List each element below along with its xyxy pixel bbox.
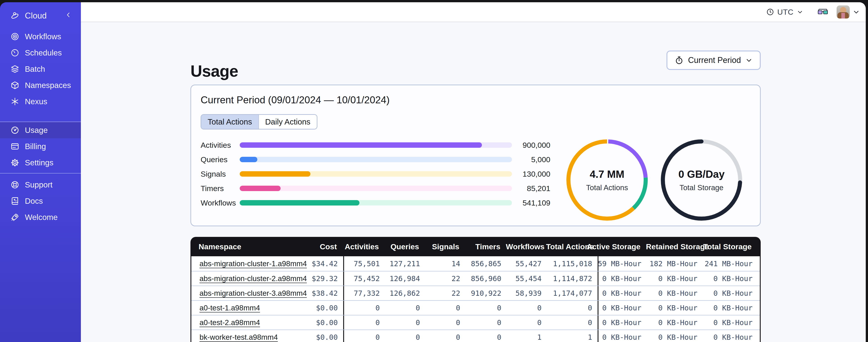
bar-value: 900,000 [512, 141, 550, 149]
donut-value: 4.7 MM [590, 168, 624, 180]
table-cell: $34.42 [282, 260, 343, 268]
batch-icon [10, 65, 20, 73]
table-cell: 856,960 [466, 274, 507, 283]
sidebar-item-label: Nexus [25, 97, 47, 106]
bar-track [240, 171, 512, 177]
donut-value: 0 GB/Day [678, 168, 725, 180]
table-cell: 0 [343, 315, 385, 330]
donut-label: Total Actions [586, 183, 628, 192]
table-cell: 0 KB-Hour [647, 274, 703, 283]
chevron-down-icon [797, 8, 803, 15]
usage-icon [10, 126, 20, 135]
usage-bar-row: Queries5,000 [200, 152, 560, 167]
sidebar-item-label: Namespaces [25, 81, 71, 90]
table-cell: 0 KB-Hour [703, 318, 762, 327]
sidebar-item-label: Batch [25, 65, 45, 73]
timezone-selector[interactable]: UTC [766, 8, 803, 16]
namespace-cell: a0-test-1.a98mm4 [191, 304, 282, 312]
bar-track [240, 186, 512, 191]
sidebar-item-billing[interactable]: Billing [0, 138, 81, 155]
sidebar-brand-label: Cloud [25, 11, 47, 21]
namespace-link[interactable]: bk-worker-test.a98mm4 [199, 333, 278, 341]
sidebar-item-nexus[interactable]: Nexus [0, 93, 81, 110]
table-cell: 0 KB-Hour [647, 333, 703, 342]
bar-fill [240, 142, 482, 148]
table-cell: 182 MB-Hour [647, 260, 703, 268]
account-menu-button[interactable] [852, 8, 860, 16]
table-cell: $0.00 [282, 318, 343, 327]
column-header: Workflows [506, 242, 546, 251]
table-cell: 0 [466, 318, 507, 327]
labs-glasses-icon[interactable] [817, 7, 828, 16]
billing-icon [10, 142, 20, 151]
total-storage-donut: 0 GB/Day Total Storage [658, 137, 744, 223]
usage-bars: Activities900,000Queries5,000Signals130,… [200, 138, 560, 210]
table-cell: 22 [426, 274, 466, 283]
sidebar-item-namespaces[interactable]: Namespaces [0, 77, 81, 93]
table-cell: 0 [466, 304, 507, 312]
table-cell: 0 KB-Hour [597, 315, 647, 330]
tab-total-actions[interactable]: Total Actions [201, 115, 258, 129]
namespaces-icon [10, 81, 20, 90]
chevron-left-icon [65, 11, 72, 19]
main-content: Usage Current Period Current Period (09/… [81, 22, 866, 342]
sidebar-collapse-button[interactable] [65, 11, 72, 21]
sidebar-item-docs[interactable]: Docs [0, 193, 81, 209]
table-row: abs-migration-cluster-1.a98mm4$34.4275,5… [191, 256, 760, 271]
table-cell: 0 [385, 333, 426, 342]
period-selector-label: Current Period [688, 56, 741, 65]
table-cell: 0 KB-Hour [703, 333, 762, 342]
sidebar-item-welcome[interactable]: Welcome [0, 209, 81, 226]
sidebar-item-batch[interactable]: Batch [0, 61, 81, 77]
namespace-link[interactable]: a0-test-2.a98mm4 [199, 318, 260, 327]
bar-value: 130,000 [512, 170, 550, 178]
sidebar-item-usage[interactable]: Usage [0, 122, 81, 138]
table-cell: 55,427 [507, 260, 547, 268]
docs-icon [10, 197, 20, 206]
schedules-icon [10, 48, 20, 57]
sidebar-item-label: Welcome [25, 213, 58, 222]
chevron-down-icon [852, 8, 860, 16]
bar-label: Signals [200, 170, 240, 178]
sidebar-brand-cloud[interactable]: Cloud [0, 7, 81, 24]
table-row: abs-migration-cluster-2.a98mm4$29.3275,4… [191, 271, 760, 285]
table-cell: 0 KB-Hour [597, 330, 647, 342]
rocket-icon [10, 213, 20, 222]
usage-bar-row: Workflows541,109 [200, 196, 560, 210]
settings-icon [10, 158, 20, 167]
bar-label: Queries [200, 155, 240, 164]
usage-bar-row: Activities900,000 [200, 138, 560, 152]
table-cell: 0 KB-Hour [703, 274, 762, 283]
sidebar-item-schedules[interactable]: Schedules [0, 45, 81, 61]
table-cell: 1,114,872 [547, 274, 597, 283]
sidebar-item-settings[interactable]: Settings [0, 155, 81, 171]
table-cell: 0 KB-Hour [597, 301, 647, 315]
sidebar-item-support[interactable]: Support [0, 177, 81, 193]
table-cell: 59 MB-Hour [597, 256, 647, 271]
support-icon [10, 180, 20, 189]
table-cell: 75,452 [343, 271, 385, 285]
table-cell: 0 [426, 333, 466, 342]
total-actions-donut: 4.7 MM Total Actions [564, 137, 650, 223]
column-header: Retained Storage [646, 242, 702, 251]
period-selector-button[interactable]: Current Period [666, 50, 761, 70]
table-cell: 0 [343, 330, 385, 342]
usage-bar-row: Timers85,201 [200, 181, 560, 196]
timezone-label: UTC [777, 8, 794, 16]
sidebar-item-workflows[interactable]: Workflows [0, 28, 81, 45]
namespace-cell: bk-worker-test.a98mm4 [191, 333, 282, 342]
table-cell: 0 [466, 333, 507, 342]
table-body: abs-migration-cluster-1.a98mm4$34.4275,5… [190, 256, 761, 342]
table-row: a0-test-2.a98mm4$0.000000000 KB-Hour0 KB… [191, 315, 760, 330]
column-header: Queries [384, 242, 425, 251]
table-cell: 0 [547, 304, 597, 312]
user-avatar[interactable] [837, 5, 850, 19]
table-cell: 0 KB-Hour [703, 289, 762, 298]
namespace-link[interactable]: a0-test-1.a98mm4 [199, 304, 260, 312]
namespace-cell: abs-migration-cluster-2.a98mm4 [191, 274, 282, 283]
table-cell: 0 KB-Hour [703, 304, 762, 312]
table-cell: 0 KB-Hour [647, 318, 703, 327]
tab-daily-actions[interactable]: Daily Actions [258, 115, 317, 129]
table-cell: 0 KB-Hour [647, 304, 703, 312]
namespace-usage-table: NamespaceCostActivitiesQueriesSignalsTim… [190, 237, 761, 342]
